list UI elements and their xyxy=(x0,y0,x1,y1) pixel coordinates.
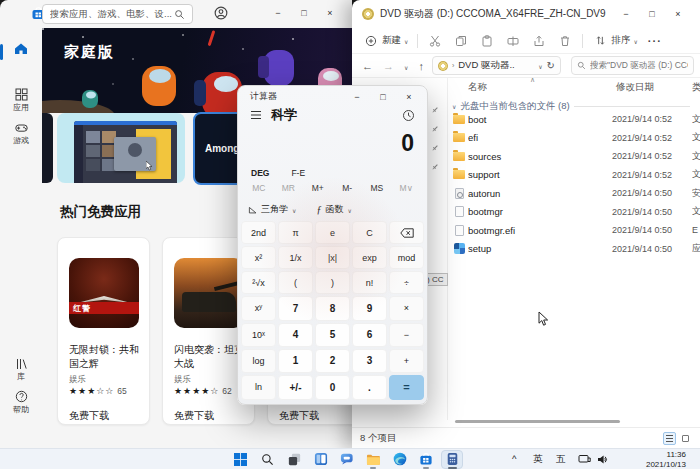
edge-taskbar-button[interactable] xyxy=(392,451,408,467)
calc-key[interactable]: log xyxy=(241,349,276,373)
key-subtract[interactable]: − xyxy=(389,323,424,347)
calc-key[interactable]: 1/x xyxy=(278,246,313,269)
free-download-button[interactable]: 免费下载 xyxy=(279,409,319,423)
calc-close-button[interactable]: × xyxy=(401,89,417,105)
copy-button[interactable] xyxy=(448,30,474,52)
memory-add-button[interactable]: M+ xyxy=(303,183,333,200)
calc-key[interactable]: n! xyxy=(352,271,387,294)
account-icon[interactable] xyxy=(214,6,228,20)
file-row[interactable]: autorun 2021/9/14 0:50 安 xyxy=(448,184,700,203)
key-3[interactable]: 3 xyxy=(352,349,387,373)
function-dropdown[interactable]: ƒ 函数 xyxy=(316,203,351,216)
free-download-button[interactable]: 免费下载 xyxy=(69,409,109,423)
key-1[interactable]: 1 xyxy=(278,349,313,373)
calculator-mode[interactable]: 科学 xyxy=(271,106,402,124)
key-6[interactable]: 6 xyxy=(352,323,387,347)
store-close-button[interactable]: × xyxy=(320,5,340,21)
breadcrumb-location[interactable]: DVD 驱动器.. xyxy=(458,59,534,72)
rename-button[interactable] xyxy=(500,30,526,52)
key-2[interactable]: 2 xyxy=(315,349,350,373)
trigonometry-dropdown[interactable]: 三角学 xyxy=(248,203,296,216)
file-row[interactable]: boot 2021/9/14 0:52 文 xyxy=(448,110,700,129)
key-divide[interactable]: ÷ xyxy=(389,271,424,294)
explorer-minimize-button[interactable]: − xyxy=(616,6,636,22)
key-7[interactable]: 7 xyxy=(278,296,313,320)
delete-button[interactable] xyxy=(552,30,578,52)
explorer-close-button[interactable]: × xyxy=(668,6,688,22)
calc-key[interactable]: x² xyxy=(241,246,276,269)
hamburger-icon[interactable] xyxy=(250,110,262,120)
carousel-tile-video-app[interactable]: P! xyxy=(57,113,185,183)
refresh-icon[interactable] xyxy=(547,60,555,71)
list-view-button[interactable] xyxy=(663,432,676,445)
taskbar-search-button[interactable] xyxy=(259,451,275,467)
sidebar-item-home[interactable] xyxy=(0,42,42,56)
sidebar-item-library[interactable]: 库 xyxy=(0,358,42,382)
recent-locations-button[interactable] xyxy=(404,60,408,72)
hidden-icons-chevron[interactable]: ^ xyxy=(512,453,516,464)
key-8[interactable]: 8 xyxy=(315,296,350,320)
store-search-input[interactable]: 搜索应用、游戏、电影、设... xyxy=(42,4,193,24)
key-plusminus[interactable]: +/- xyxy=(278,375,313,400)
memory-store-button[interactable]: MS xyxy=(362,183,392,200)
memory-clear-button[interactable]: MC xyxy=(244,183,274,200)
new-button[interactable]: 新建 xyxy=(358,30,413,52)
column-header-type[interactable]: 类 xyxy=(692,81,700,94)
store-maximize-button[interactable]: □ xyxy=(294,5,314,21)
calc-maximize-button[interactable]: □ xyxy=(375,89,391,105)
column-header-date[interactable]: 修改日期 xyxy=(616,81,654,94)
app-card[interactable]: 红警 无限封锁：共和国之辉 娱乐 ★★★☆☆65 免费下载 xyxy=(57,237,150,425)
file-explorer-taskbar-button[interactable] xyxy=(365,451,381,467)
file-row[interactable]: setup 2021/9/14 0:50 应 xyxy=(448,240,700,259)
sidebar-item-games[interactable]: 游戏 xyxy=(0,122,42,146)
store-taskbar-button[interactable] xyxy=(418,451,434,467)
memory-flyout-button[interactable]: M∨ xyxy=(392,183,422,200)
history-icon[interactable] xyxy=(402,109,415,122)
calc-key[interactable]: ²√x xyxy=(241,271,276,294)
share-button[interactable] xyxy=(526,30,552,52)
calc-key[interactable]: xʸ xyxy=(241,296,276,320)
sidebar-item-help[interactable]: 帮助 xyxy=(0,390,42,415)
calc-key[interactable]: ( xyxy=(278,271,313,294)
file-row[interactable]: support 2021/9/14 0:52 文 xyxy=(448,166,700,185)
key-9[interactable]: 9 xyxy=(352,296,387,320)
paste-button[interactable] xyxy=(474,30,500,52)
key-add[interactable]: + xyxy=(389,349,424,373)
calc-key[interactable]: π xyxy=(278,221,313,244)
key-backspace[interactable] xyxy=(389,221,424,244)
taskbar-clock[interactable]: 11:36 2021/10/13 xyxy=(630,450,686,469)
ime-language-indicator[interactable]: 英 xyxy=(533,453,543,466)
angle-unit-button[interactable]: DEG xyxy=(251,168,269,183)
key-decimal[interactable]: . xyxy=(352,375,387,400)
cut-button[interactable] xyxy=(422,30,448,52)
explorer-maximize-button[interactable]: □ xyxy=(642,6,662,22)
key-0[interactable]: 0 xyxy=(315,375,350,400)
widgets-button[interactable] xyxy=(313,451,329,467)
calc-key[interactable]: 10ˣ xyxy=(241,323,276,347)
sidebar-item-apps[interactable]: 应用 xyxy=(0,88,42,113)
explorer-search-input[interactable]: 搜索"DVD 驱动器 (D:) CCC... xyxy=(571,56,694,75)
volume-icon[interactable] xyxy=(595,451,611,467)
more-button[interactable] xyxy=(643,30,667,52)
free-download-button[interactable]: 免费下载 xyxy=(174,409,214,423)
calc-minimize-button[interactable]: − xyxy=(349,89,365,105)
calc-key[interactable]: e xyxy=(315,221,350,244)
file-row[interactable]: bootmgr 2021/9/14 0:50 文 xyxy=(448,203,700,222)
file-row[interactable]: bootmgr.efi 2021/9/14 0:50 E xyxy=(448,221,700,240)
store-minimize-button[interactable]: − xyxy=(268,5,288,21)
calc-key[interactable]: ln xyxy=(241,375,276,400)
memory-recall-button[interactable]: MR xyxy=(274,183,304,200)
back-button[interactable] xyxy=(362,60,373,72)
chevron-down-icon[interactable] xyxy=(538,60,542,71)
sort-button[interactable]: 排序 xyxy=(587,30,642,52)
chat-button[interactable] xyxy=(339,451,355,467)
key-multiply[interactable]: × xyxy=(389,296,424,320)
large-icons-view-button[interactable] xyxy=(679,432,692,445)
start-button[interactable] xyxy=(232,451,248,467)
memory-subtract-button[interactable]: M- xyxy=(333,183,363,200)
calculator-taskbar-button[interactable] xyxy=(444,451,460,467)
breadcrumb[interactable]: › DVD 驱动器.. xyxy=(432,56,561,75)
calc-key[interactable]: ) xyxy=(315,271,350,294)
key-equals[interactable]: = xyxy=(389,375,424,400)
column-header-name[interactable]: 名称 xyxy=(468,81,487,94)
